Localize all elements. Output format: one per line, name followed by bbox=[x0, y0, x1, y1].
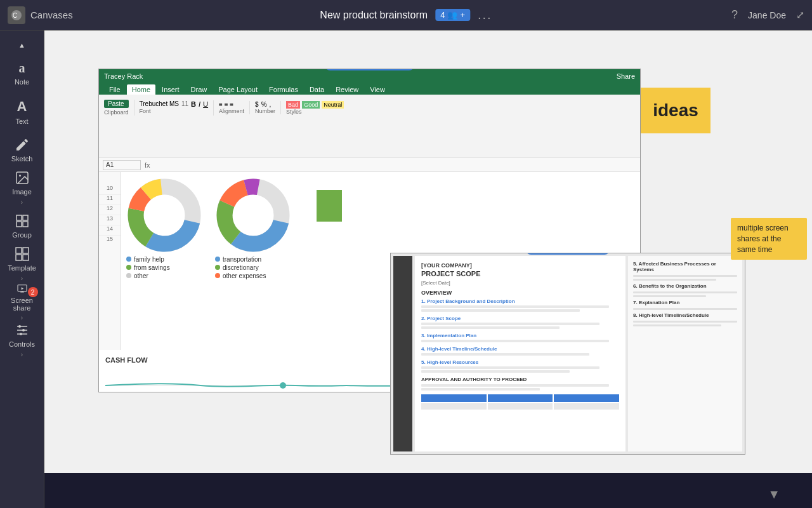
svg-text:C: C bbox=[13, 12, 17, 19]
doc-right-panel: 5. Affected Business Processes or System… bbox=[628, 256, 742, 451]
topbar-center: New product brainstorm 4 👥 + ... bbox=[320, 8, 492, 22]
sidebar-item-screen-share[interactable]: 2 Screen share › bbox=[3, 283, 42, 321]
sidebar-item-group[interactable]: Group bbox=[3, 207, 42, 245]
svg-rect-8 bbox=[16, 248, 22, 253]
topbar: C Canvases New product brainstorm 4 👥 + … bbox=[0, 0, 812, 30]
doc-title: PROJECT SCOPE bbox=[421, 270, 619, 277]
sidebar-item-group-label: Group bbox=[12, 231, 32, 239]
participants-icon: 👥 bbox=[447, 10, 457, 20]
sidebar-item-controls-label: Controls bbox=[9, 340, 35, 348]
formulas-tab[interactable]: Formulas bbox=[264, 84, 303, 95]
group-icon bbox=[15, 213, 30, 229]
topbar-right: ? Jane Doe ⤢ bbox=[731, 8, 804, 22]
sidebar-item-note-label: Note bbox=[15, 78, 29, 86]
doc-right-heading: 5. Affected Business Processes or System… bbox=[633, 261, 737, 272]
row-num: 15 bbox=[99, 236, 121, 246]
bottom-collapse-button[interactable]: ▼ bbox=[768, 487, 780, 502]
tooltip-text: multiple screen shares at the same time bbox=[737, 224, 789, 254]
doc-section-1: 1. Project Background and Description bbox=[421, 298, 619, 312]
screen-share-arrow-icon: › bbox=[21, 314, 23, 321]
more-options-button[interactable]: ... bbox=[478, 8, 492, 22]
formula-bar: A1 fx bbox=[99, 158, 640, 172]
view-tab[interactable]: View bbox=[365, 84, 390, 95]
sidebar-item-text[interactable]: A Text bbox=[3, 93, 42, 131]
topbar-left: C Canvases bbox=[8, 6, 73, 24]
sidebar-item-image-label: Image bbox=[12, 188, 32, 196]
svg-rect-4 bbox=[16, 215, 22, 220]
ideas-sticky-note[interactable]: ideas bbox=[641, 88, 710, 133]
sidebar-item-template-label: Template bbox=[8, 264, 36, 272]
sidebar: ▲ a Note A Text Sketch Image › G bbox=[0, 30, 44, 508]
row-num: 11 bbox=[99, 195, 121, 205]
doc-date: [Select Date] bbox=[421, 280, 619, 286]
doc-left-toolbar bbox=[393, 256, 412, 451]
help-button[interactable]: ? bbox=[731, 8, 738, 22]
chart-legend-1: family help from savings other bbox=[126, 256, 170, 281]
approval-table bbox=[421, 394, 619, 410]
sidebar-item-image[interactable]: Image › bbox=[3, 169, 42, 207]
home-tab[interactable]: Home bbox=[127, 84, 155, 95]
insert-tab[interactable]: Insert bbox=[157, 84, 185, 95]
screen-share-badge: 2 bbox=[28, 287, 38, 297]
svg-point-16 bbox=[22, 329, 25, 331]
svg-rect-10 bbox=[16, 255, 22, 260]
sidebar-item-controls[interactable]: Controls › bbox=[3, 321, 42, 359]
doc-company-name: [YOUR COMPANY] bbox=[421, 262, 619, 269]
cell-reference: A1 bbox=[103, 160, 141, 170]
formula-equals: fx bbox=[145, 161, 150, 169]
app-icon[interactable]: C bbox=[8, 6, 25, 24]
controls-arrow-icon: › bbox=[21, 351, 23, 358]
sidebar-item-template[interactable]: Template › bbox=[3, 245, 42, 283]
tooltip: multiple screen shares at the same time bbox=[731, 218, 807, 260]
sidebar-item-sketch[interactable]: Sketch bbox=[3, 131, 42, 169]
svg-point-18 bbox=[20, 333, 22, 335]
template-arrow-icon: › bbox=[21, 275, 23, 282]
row-num: 13 bbox=[99, 215, 121, 225]
sidebar-item-sketch-label: Sketch bbox=[11, 155, 33, 163]
sidebar-item-text-label: Text bbox=[15, 117, 28, 125]
review-tab[interactable]: Review bbox=[331, 84, 363, 95]
doc-right-heading-3: 7. Explanation Plan bbox=[633, 300, 737, 305]
ribbon-tabs: File Home Insert Draw Page Layout Formul… bbox=[99, 83, 640, 95]
ribbon-content: Paste Clipboard Trebuchet MS 11 B I U Fo… bbox=[99, 95, 640, 158]
participants-count: 4 bbox=[440, 10, 445, 20]
canvases-link[interactable]: Canvases bbox=[30, 10, 73, 20]
participants-indicator[interactable]: 4 👥 + bbox=[435, 9, 470, 21]
note-icon: a bbox=[19, 61, 25, 76]
canvas-area[interactable]: ideas John Smith is sharing Tracey Rack … bbox=[44, 30, 812, 508]
fullscreen-button[interactable]: ⤢ bbox=[796, 9, 804, 21]
draw-tab[interactable]: Draw bbox=[186, 84, 213, 95]
doc-section-5: 5. High-level Resources bbox=[421, 359, 619, 373]
jane-doe-screen-share[interactable]: Jane Doe is sharing [YOUR COMPANY] PROJE… bbox=[390, 253, 745, 455]
jane-share-label: Jane Doe is sharing bbox=[525, 253, 610, 255]
file-tab[interactable]: File bbox=[104, 84, 126, 95]
data-tab[interactable]: Data bbox=[304, 84, 329, 95]
chart-legend-2: transportation discretionary other expen… bbox=[215, 256, 266, 281]
doc-section-4: 4. High-level Timeline/Schedule bbox=[421, 346, 619, 356]
excel-title: Tracey Rack bbox=[104, 72, 617, 80]
document-content: [YOUR COMPANY] PROJECT SCOPE [Select Dat… bbox=[415, 256, 625, 451]
doc-section-2: 2. Project Scope bbox=[421, 316, 619, 329]
svg-rect-29 bbox=[317, 190, 342, 222]
document-viewer: [YOUR COMPANY] PROJECT SCOPE [Select Dat… bbox=[391, 253, 745, 454]
doc-section-3: 3. Implementation Plan bbox=[421, 333, 619, 342]
sketch-icon bbox=[15, 137, 30, 152]
text-icon: A bbox=[17, 98, 27, 115]
svg-rect-7 bbox=[23, 222, 28, 227]
svg-point-31 bbox=[280, 382, 286, 389]
doc-overview-heading: OVERVIEW bbox=[421, 290, 619, 296]
svg-rect-11 bbox=[23, 255, 29, 260]
collapse-sidebar-top[interactable]: ▲ bbox=[3, 36, 42, 55]
page-layout-tab[interactable]: Page Layout bbox=[213, 84, 263, 95]
donut-chart-1: family help from savings other bbox=[126, 177, 202, 345]
excel-share-btn: Share bbox=[617, 72, 635, 80]
collapse-up-icon: ▲ bbox=[18, 41, 25, 49]
svg-point-3 bbox=[19, 175, 21, 177]
donut-chart-2: transportation discretionary other expen… bbox=[215, 177, 291, 345]
john-share-label: John Smith is sharing bbox=[324, 69, 415, 70]
sidebar-item-screen-share-label: Screen share bbox=[3, 297, 42, 312]
doc-right-heading-4: 8. High-level Timeline/Schedule bbox=[633, 312, 737, 318]
sidebar-item-note[interactable]: a Note bbox=[3, 55, 42, 93]
template-icon bbox=[15, 246, 30, 262]
add-participant-icon: + bbox=[460, 10, 465, 20]
